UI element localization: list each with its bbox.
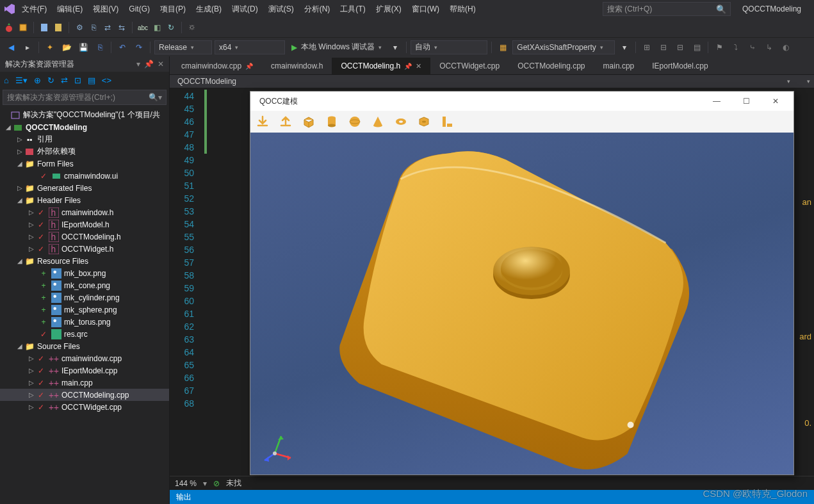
- more-icon[interactable]: ▾: [388, 40, 402, 54]
- tool-a-icon[interactable]: ☰▾: [15, 76, 28, 85]
- code-icon[interactable]: <>: [102, 76, 111, 85]
- layout2-icon[interactable]: ⊟: [656, 40, 671, 54]
- close-icon[interactable]: ✕: [158, 60, 164, 69]
- breadcrumb[interactable]: ++ QOCCTModeling ▾▾: [170, 74, 814, 88]
- torus-icon[interactable]: [394, 115, 408, 129]
- menu-extensions[interactable]: 扩展(X): [372, 3, 405, 16]
- config-dropdown[interactable]: Release▾: [154, 40, 212, 54]
- svg-text:h: h: [51, 244, 56, 254]
- tab-occtwidget-cpp[interactable]: OCCTWidget.cpp: [430, 58, 509, 74]
- menu-debug[interactable]: 调试(D): [228, 3, 262, 16]
- nav-back[interactable]: ◀: [4, 40, 18, 54]
- svg-rect-24: [51, 317, 61, 327]
- menu-view[interactable]: 视图(V): [89, 3, 122, 16]
- menu-project[interactable]: 项目(P): [156, 3, 190, 16]
- tool2-icon[interactable]: ⎘: [88, 22, 99, 33]
- separator: [406, 42, 407, 53]
- abc-icon[interactable]: abc: [138, 22, 148, 33]
- sphere-icon[interactable]: [348, 115, 362, 129]
- upload-icon[interactable]: [279, 115, 293, 129]
- auto-dropdown[interactable]: 自动▾: [411, 40, 487, 54]
- box-icon[interactable]: [302, 115, 316, 129]
- check-icon: ✓: [36, 378, 46, 388]
- qocc-window[interactable]: QOCC建模 — ☐ ✕: [250, 91, 794, 475]
- pin-icon[interactable]: 📌: [404, 63, 412, 70]
- flag-icon[interactable]: ⚑: [712, 40, 726, 54]
- zoom-level[interactable]: 144 %: [175, 479, 197, 488]
- menu-file[interactable]: 文件(F): [18, 3, 51, 16]
- menu-git[interactable]: Git(G): [125, 3, 154, 15]
- step4-icon[interactable]: ◐: [779, 40, 793, 54]
- solution-tree[interactable]: 解决方案"QOCCTModeling"(1 个项目/共 ◢QOCCTModeli…: [0, 106, 169, 504]
- stack-icon[interactable]: ▦: [496, 40, 510, 54]
- qocc-titlebar[interactable]: QOCC建模 — ☐ ✕: [250, 92, 794, 111]
- undo-icon[interactable]: ↶: [115, 40, 129, 54]
- qrc-icon: [51, 329, 61, 339]
- menu-test[interactable]: 测试(S): [265, 3, 298, 16]
- step1-icon[interactable]: ⤵: [729, 40, 743, 54]
- solution-search[interactable]: 搜索解决方案资源管理器(Ctrl+;) 🔍▾: [3, 90, 167, 105]
- pin-down-icon[interactable]: ▾: [136, 60, 140, 69]
- download-icon[interactable]: [256, 115, 270, 129]
- 3d-viewport[interactable]: [250, 133, 794, 475]
- doc-icon[interactable]: [39, 22, 49, 33]
- cube-icon[interactable]: [18, 22, 28, 33]
- layout1-icon[interactable]: ⊞: [640, 40, 654, 54]
- minimize-button[interactable]: —: [704, 92, 729, 110]
- tab-cmainwindow-h[interactable]: cmainwindow.h: [262, 58, 332, 74]
- svg-text:++: ++: [49, 378, 59, 387]
- func-more[interactable]: ▾: [617, 40, 631, 54]
- menu-bar: 文件(F) 编辑(E) 视图(V) Git(G) 项目(P) 生成(B) 调试(…: [0, 0, 814, 18]
- menu-analyze[interactable]: 分析(N): [300, 3, 334, 16]
- global-search[interactable]: 搜索 (Ctrl+Q) 🔍: [603, 2, 731, 16]
- redo-icon[interactable]: ↷: [132, 40, 146, 54]
- layout4-icon[interactable]: ▤: [690, 40, 704, 54]
- menu-help[interactable]: 帮助(H): [446, 3, 480, 16]
- platform-dropdown[interactable]: x64▾: [215, 40, 285, 54]
- sync-icon[interactable]: ⇄: [61, 76, 68, 85]
- step3-icon[interactable]: ↳: [762, 40, 776, 54]
- menu-tools[interactable]: 工具(T): [336, 3, 369, 16]
- tab-occtmodeling-cpp[interactable]: OCCTModeling.cpp: [509, 58, 594, 74]
- menu-window[interactable]: 窗口(W): [408, 3, 443, 16]
- start-debug-button[interactable]: ▶本地 Windows 调试器▾: [288, 40, 386, 54]
- home-icon[interactable]: ⌂: [4, 76, 9, 85]
- pin-icon[interactable]: 📌: [245, 63, 253, 70]
- save-icon[interactable]: 💾: [76, 40, 90, 54]
- pin-icon[interactable]: 📌: [144, 60, 154, 69]
- step2-icon[interactable]: ⤷: [745, 40, 760, 54]
- svg-marker-52: [278, 436, 284, 440]
- maximize-button[interactable]: ☐: [733, 92, 759, 110]
- cone-icon[interactable]: [371, 115, 385, 129]
- menu-build[interactable]: 生成(B): [192, 3, 225, 16]
- close-button[interactable]: ✕: [763, 92, 788, 110]
- ruler-icon[interactable]: [440, 115, 454, 129]
- comment-icon[interactable]: ◧: [152, 22, 162, 33]
- refresh-icon[interactable]: ↻: [166, 22, 176, 33]
- nav-fwd[interactable]: ▸: [20, 40, 35, 54]
- close-icon[interactable]: ✕: [416, 62, 421, 70]
- cylinder-icon[interactable]: [325, 115, 339, 129]
- tab-ieportmodel-cpp[interactable]: IEportModel.cpp: [643, 58, 717, 74]
- strawberry-icon[interactable]: [4, 22, 14, 33]
- tool3-icon[interactable]: ⇄: [102, 22, 113, 33]
- axis-triad[interactable]: [262, 431, 294, 463]
- doc2-icon[interactable]: [53, 22, 63, 33]
- menu-edit[interactable]: 编辑(E): [53, 3, 86, 16]
- tool-icon[interactable]: ⚙: [74, 22, 85, 33]
- shape-icon[interactable]: [417, 115, 431, 129]
- function-dropdown[interactable]: GetXAxisShaftProperty▾: [512, 40, 615, 54]
- showall-icon[interactable]: ⊡: [74, 76, 81, 85]
- tab-main-cpp[interactable]: main.cpp: [594, 58, 644, 74]
- props-icon[interactable]: ▤: [88, 76, 95, 85]
- refresh2-icon[interactable]: ↻: [47, 76, 54, 85]
- open-icon[interactable]: 📂: [60, 40, 74, 54]
- layout3-icon[interactable]: ⊟: [673, 40, 687, 54]
- tab-cmainwindow-cpp[interactable]: cmainwindow.cpp📌: [172, 58, 262, 74]
- tool-b-icon[interactable]: ⊕: [34, 76, 41, 85]
- tool4-icon[interactable]: ⇆: [117, 22, 127, 33]
- new-icon[interactable]: ✦: [43, 40, 57, 54]
- settings-icon[interactable]: ⛭: [187, 22, 197, 33]
- tab-occtmodeling-h[interactable]: OCCTModeling.h📌✕: [332, 58, 430, 74]
- saveall-icon[interactable]: ⎘: [93, 40, 107, 54]
